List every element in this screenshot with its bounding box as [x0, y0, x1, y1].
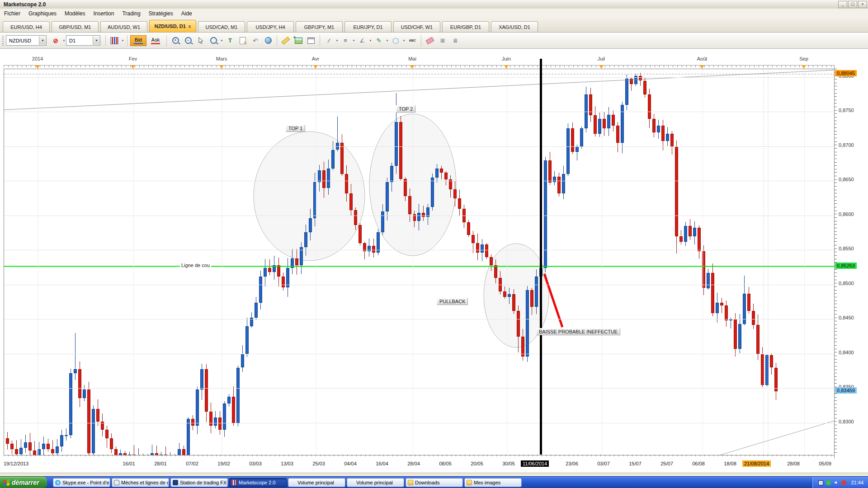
cursor-icon[interactable] [195, 35, 207, 47]
chevron-down-icon[interactable]: ▼ [368, 39, 373, 42]
chevron-down-icon[interactable]: ▼ [402, 39, 406, 42]
bid-button[interactable]: Bid [130, 35, 146, 46]
toolbar-separator [127, 35, 127, 46]
volume-tray-icon[interactable] [834, 480, 839, 485]
taskbar-item-station-de-trading-fx[interactable]: Station de trading FX [170, 478, 228, 487]
align-icon[interactable]: ≣ [449, 35, 461, 47]
chevron-down-icon[interactable]: ▼ [93, 36, 100, 45]
month-label: Sep [799, 56, 808, 61]
h-gridline [4, 112, 835, 112]
chevron-down-icon[interactable]: ▼ [121, 39, 125, 42]
horizontal-line-tool-icon[interactable]: ≡ [340, 35, 351, 47]
tab-nzd-usd-d1[interactable]: NZD/USD, D1x [149, 20, 196, 32]
date-label: 04/04 [344, 461, 357, 466]
undo-icon[interactable]: ↶ [250, 35, 261, 47]
tab-usd-cad-m1[interactable]: USD/CAD, M1 [198, 21, 245, 32]
eraser-icon[interactable] [424, 35, 436, 47]
toolbar-grip[interactable] [2, 36, 4, 46]
insert-image-icon[interactable] [292, 35, 304, 47]
month-marker-icon [700, 65, 704, 69]
text-label-icon[interactable]: ABC [406, 35, 418, 47]
menu-item-insertion[interactable]: Insertion [89, 9, 118, 18]
no-trading-icon[interactable]: ⊘ [50, 35, 61, 47]
date-label: 03/07 [597, 461, 610, 466]
vertical-event-line[interactable] [540, 59, 542, 455]
tab-eur-usd-h4[interactable]: EUR/USD, H4 [3, 21, 50, 32]
trading-station-icon [173, 480, 178, 485]
shape-tool-icon[interactable]: ◯ [390, 35, 401, 47]
price-label: 0,8550 [839, 246, 854, 251]
taskbar-item-downloads[interactable]: Downloads [406, 478, 463, 487]
status-green-icon[interactable] [826, 480, 831, 485]
symbol-selector[interactable]: NZD/USD ▼ [6, 35, 47, 46]
ask-button[interactable]: Ask [147, 35, 164, 46]
title-bar: Marketscope 2.0 _ ▢ × [0, 0, 868, 9]
tab-close-icon[interactable]: x [189, 24, 191, 29]
chevron-down-icon[interactable]: ▼ [385, 39, 389, 42]
text-tool-icon[interactable]: T [224, 35, 236, 47]
world-icon[interactable] [262, 35, 274, 47]
price-axis[interactable]: 0,88000,87500,87000,86500,86000,85500,85… [834, 65, 868, 458]
start-button[interactable]: démarrer [0, 477, 47, 488]
tab-eur-jpy-d1[interactable]: EUR/JPY, D1 [344, 21, 392, 32]
tab-eur-gbp-d1[interactable]: EUR/GBP, D1 [442, 21, 489, 32]
zoom-in-icon[interactable]: + [170, 35, 181, 47]
date-mark-orange: 21/08/2014 [742, 460, 771, 467]
tab-xag-usd-d1[interactable]: XAG/USD, D1 [491, 21, 538, 32]
tab-label: GBP/JPY, M1 [304, 24, 334, 30]
price-chart-canvas[interactable] [4, 69, 835, 455]
taskbar-item-skype-exe-point-d-e[interactable]: SSkype.exe - Point d'e... [53, 478, 110, 487]
date-label: 15/07 [629, 461, 642, 466]
chevron-down-icon[interactable]: ▼ [335, 39, 339, 42]
chart-type-icon[interactable] [108, 35, 120, 47]
menu-item-graphiques[interactable]: Graphiques [24, 9, 61, 18]
annotation-top1[interactable]: TOP 1 [286, 125, 305, 132]
edit-note-icon[interactable] [237, 35, 249, 47]
menu-item-aide[interactable]: Aide [177, 9, 196, 18]
chart-tray-icon[interactable] [818, 480, 823, 485]
taskbar-item-me-ches-et-lignes-de-c[interactable]: Mèches et lignes de c... [112, 478, 169, 487]
taskbar-item-label: Downloads [415, 480, 439, 485]
zoom-out-icon[interactable]: − [182, 35, 194, 47]
chevron-down-icon[interactable]: ▼ [62, 39, 66, 42]
chevron-down-icon[interactable]: ▼ [352, 39, 356, 42]
taskbar-item-label: Station de trading FX [180, 480, 226, 485]
v-gridline [38, 69, 38, 455]
data-window-icon[interactable] [305, 35, 317, 47]
annotation-pullback[interactable]: PULLBACK [437, 298, 468, 305]
taskbar-item-marketscope-2-0[interactable]: Marketscope 2.0 [229, 478, 287, 487]
pencil-tool-icon[interactable]: ✎ [373, 35, 385, 47]
zoom-area-icon[interactable] [208, 35, 219, 47]
chevron-down-icon[interactable]: ▼ [39, 36, 46, 45]
month-label: Août [697, 56, 708, 61]
menu-item-trading[interactable]: Trading [118, 9, 144, 18]
annotation-top2[interactable]: TOP 2 [396, 105, 415, 113]
tab-usd-chf-w1[interactable]: USD/CHF, W1 [393, 21, 440, 32]
menu-item-strategies[interactable]: Stratégies [145, 9, 177, 18]
menu-item-modeles[interactable]: Modèles [61, 9, 89, 18]
chevron-down-icon[interactable]: ▼ [220, 39, 224, 42]
tab-gbp-usd-m1[interactable]: GBP/USD, M1 [52, 21, 99, 32]
period-selector[interactable]: D1 ▼ [66, 35, 100, 46]
close-button[interactable]: × [858, 1, 867, 8]
bid-label: Bid [135, 37, 142, 42]
price-label: 0,8600 [839, 211, 854, 217]
taskbar-item-volume-principal[interactable]: Volume principal [347, 478, 404, 487]
taskbar-item-mes-images[interactable]: Mes images [464, 478, 522, 487]
menu-item-fichier[interactable]: Fichier [0, 9, 24, 18]
minimize-button[interactable]: _ [838, 1, 847, 8]
tab-aud-usd-w1[interactable]: AUD/USD, W1 [100, 21, 147, 32]
neckline-label[interactable]: Ligne de cou [180, 263, 211, 268]
object-tree-icon[interactable]: ⊞ [437, 35, 448, 47]
tab-usd-jpy-h4[interactable]: USD/JPY, H4 [247, 21, 294, 32]
annotation-baisse-probable[interactable]: BAISSE PROBABLE INEFFECTUE [536, 328, 620, 335]
ruler-icon[interactable] [280, 35, 292, 47]
maximize-button[interactable]: ▢ [848, 1, 857, 8]
tab-label: NZD/USD, D1 [155, 23, 186, 29]
tab-label: XAG/USD, D1 [499, 24, 530, 30]
tab-gbp-jpy-m1[interactable]: GBP/JPY, M1 [296, 21, 343, 32]
trendline-tool-icon[interactable]: ∕∕ [323, 35, 335, 47]
alert-red-icon[interactable] [841, 480, 846, 485]
fibonacci-tool-icon[interactable]: ∠ [356, 35, 368, 47]
taskbar-item-volume-principal[interactable]: Volume principal [288, 478, 345, 487]
